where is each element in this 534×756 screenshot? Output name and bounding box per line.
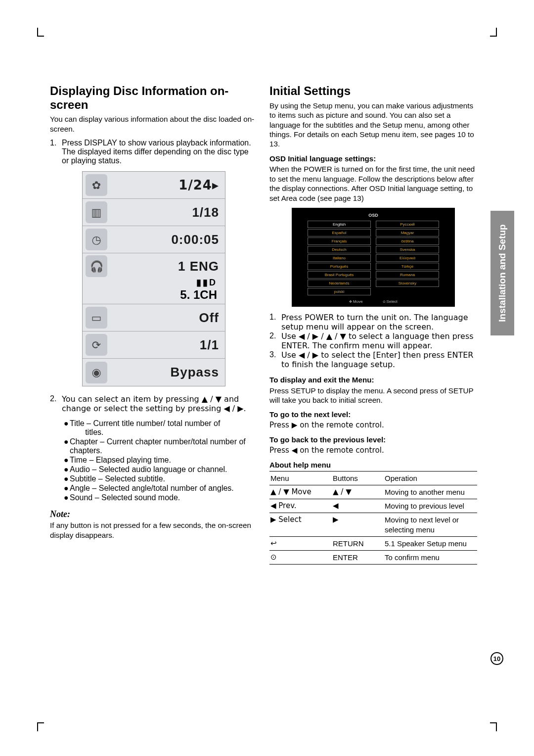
right-intro: By using the Setup menu, you can make va… bbox=[269, 101, 477, 149]
section-tab: Installation and Setup bbox=[490, 211, 514, 335]
step1-text-b: The displayed items differ depending on … bbox=[62, 147, 249, 165]
right-steps: 1.Press POWER to turn the unit on. The l… bbox=[269, 313, 477, 369]
chapter-icon: ▥ bbox=[86, 201, 107, 223]
table-row: ▶ Select▶Moving to next level or selecti… bbox=[269, 513, 477, 536]
clock-icon: ◷ bbox=[86, 229, 107, 250]
left-bullets: ●Title – Current title number/ total num… bbox=[50, 419, 258, 502]
help-menu-table: Menu Buttons Operation ▲ / ▼ Move▲ / ▼Mo… bbox=[269, 471, 477, 565]
osd-row-audio: 🎧 1 ENG ▮▮D 5. 1CH bbox=[83, 253, 225, 304]
crop-mark-bl bbox=[37, 722, 44, 731]
crop-mark-br bbox=[490, 722, 497, 731]
sub1-text: When the POWER is turned on for the firs… bbox=[269, 164, 477, 203]
sub4-text: Press ◀ on the remote control. bbox=[269, 446, 477, 455]
sub1-heading: OSD Initial language settings: bbox=[269, 154, 477, 163]
table-row: ⊙ENTERTo confirm menu bbox=[269, 550, 477, 564]
osd-row-subtitle: ▭ Off bbox=[83, 304, 225, 331]
right-heading: Initial Settings bbox=[269, 84, 477, 98]
page-number: 10 bbox=[490, 652, 503, 665]
osd-row-title: ✿ 1/24▸ bbox=[83, 172, 225, 199]
table-row: ↩RETURN5.1 Speaker Setup menu bbox=[269, 536, 477, 550]
left-heading: Displaying Disc Information on-screen bbox=[50, 84, 258, 111]
page-body: Displaying Disc Information on-screen Yo… bbox=[50, 84, 478, 565]
osd-row-sound: ◉ Bypass bbox=[83, 359, 225, 386]
osd-screenshot: ✿ 1/24▸ ▥ 1/18 ◷ 0:00:05 🎧 1 ENG ▮▮D 5. … bbox=[82, 171, 225, 386]
left-intro: You can display various information abou… bbox=[50, 114, 258, 134]
step1-text-a: Press DISPLAY to show various playback i… bbox=[62, 139, 251, 147]
note-heading: Note: bbox=[50, 509, 258, 520]
language-col-left: English Español Français Deutsch Italian… bbox=[308, 221, 371, 296]
subtitle-icon: ▭ bbox=[86, 307, 107, 329]
headphone-icon: 🎧 bbox=[86, 255, 107, 277]
right-column: Initial Settings By using the Setup menu… bbox=[269, 84, 477, 565]
table-row: ◀ Prev.◀Moving to previous level bbox=[269, 499, 477, 513]
sub3-heading: To go to the next level: bbox=[269, 410, 477, 419]
sub3-text: Press ▶ on the remote control. bbox=[269, 421, 477, 430]
language-col-right: Русский Magyar čeština Svenska Ελληνικά … bbox=[376, 221, 439, 296]
note-text: If any button is not pressed for a few s… bbox=[50, 520, 258, 540]
left-step-1: 1. Press DISPLAY to show various playbac… bbox=[50, 139, 258, 165]
section-tab-label: Installation and Setup bbox=[497, 224, 508, 322]
sound-icon: ◉ bbox=[86, 362, 107, 383]
osd-row-time: ◷ 0:00:05 bbox=[83, 226, 225, 253]
table-row: ▲ / ▼ Move▲ / ▼Moving to another menu bbox=[269, 485, 477, 499]
sub4-heading: To go back to the previous level: bbox=[269, 435, 477, 444]
crop-mark-tr bbox=[490, 28, 497, 37]
crop-mark-tl bbox=[37, 28, 44, 37]
left-column: Displaying Disc Information on-screen Yo… bbox=[50, 84, 258, 565]
sub5-heading: About help menu bbox=[269, 460, 477, 470]
sub2-text: Press SETUP to display the menu. A secon… bbox=[269, 386, 477, 405]
table-header-row: Menu Buttons Operation bbox=[269, 471, 477, 485]
osd-row-chapter: ▥ 1/18 bbox=[83, 199, 225, 226]
step2-text: You can select an item by pressing ▲ / ▼… bbox=[62, 394, 258, 413]
title-icon: ✿ bbox=[86, 174, 107, 196]
angle-icon: ⟳ bbox=[86, 334, 107, 356]
sub2-heading: To display and exit the Menu: bbox=[269, 375, 477, 384]
osd-row-angle: ⟳ 1/1 bbox=[83, 331, 225, 359]
left-step-2: 2. You can select an item by pressing ▲ … bbox=[50, 394, 258, 413]
language-menu-screenshot: OSD English Español Français Deutsch Ita… bbox=[292, 208, 455, 307]
